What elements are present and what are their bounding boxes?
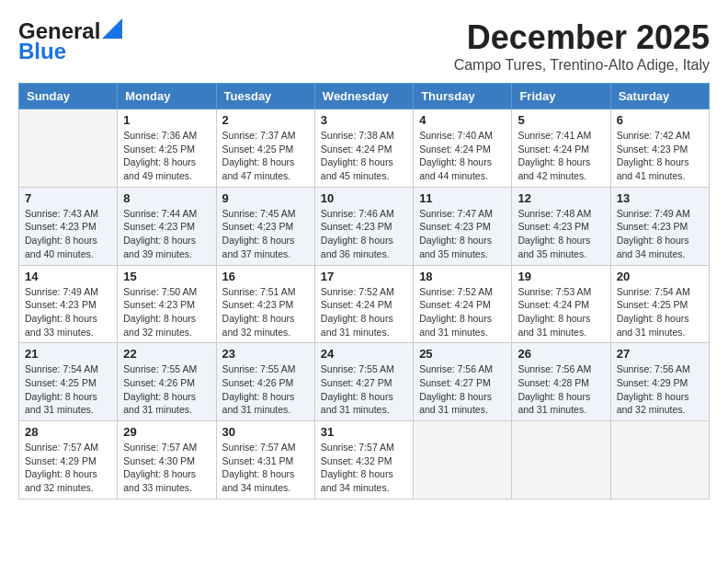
day-info: Sunrise: 7:56 AM Sunset: 4:27 PM Dayligh… [419, 362, 506, 417]
day-info: Sunrise: 7:47 AM Sunset: 4:23 PM Dayligh… [419, 207, 506, 261]
title-area: December 2025 Campo Tures, Trentino-Alto… [454, 18, 710, 74]
week-row-3: 14Sunrise: 7:49 AM Sunset: 4:23 PM Dayli… [19, 265, 710, 343]
day-info: Sunrise: 7:48 AM Sunset: 4:23 PM Dayligh… [518, 207, 604, 261]
calendar-header-row: SundayMondayTuesdayWednesdayThursdayFrid… [19, 84, 710, 109]
day-number: 31 [321, 425, 407, 439]
svg-marker-0 [102, 18, 122, 39]
day-info: Sunrise: 7:54 AM Sunset: 4:25 PM Dayligh… [25, 362, 111, 417]
header-friday: Friday [512, 84, 610, 109]
day-info: Sunrise: 7:55 AM Sunset: 4:26 PM Dayligh… [123, 362, 210, 417]
day-number: 24 [321, 347, 407, 361]
day-info: Sunrise: 7:49 AM Sunset: 4:23 PM Dayligh… [617, 207, 703, 261]
calendar-cell: 19Sunrise: 7:53 AM Sunset: 4:24 PM Dayli… [512, 265, 610, 343]
calendar-cell [19, 109, 118, 188]
week-row-4: 21Sunrise: 7:54 AM Sunset: 4:25 PM Dayli… [19, 343, 710, 421]
logo: General Blue [18, 18, 122, 64]
day-number: 4 [419, 113, 506, 127]
calendar-cell: 24Sunrise: 7:55 AM Sunset: 4:27 PM Dayli… [314, 343, 413, 421]
calendar-cell: 20Sunrise: 7:54 AM Sunset: 4:25 PM Dayli… [610, 265, 709, 343]
header-sunday: Sunday [19, 84, 118, 109]
day-info: Sunrise: 7:42 AM Sunset: 4:23 PM Dayligh… [617, 129, 703, 183]
day-number: 16 [222, 270, 309, 283]
header-tuesday: Tuesday [216, 84, 314, 109]
day-number: 26 [518, 347, 604, 361]
day-number: 25 [419, 347, 506, 361]
day-number: 7 [25, 191, 111, 205]
calendar-cell: 27Sunrise: 7:56 AM Sunset: 4:29 PM Dayli… [610, 343, 709, 421]
day-info: Sunrise: 7:37 AM Sunset: 4:25 PM Dayligh… [222, 129, 309, 183]
calendar-cell: 1Sunrise: 7:36 AM Sunset: 4:25 PM Daylig… [118, 109, 216, 188]
calendar-cell [610, 421, 709, 500]
week-row-5: 28Sunrise: 7:57 AM Sunset: 4:29 PM Dayli… [19, 421, 710, 500]
day-info: Sunrise: 7:44 AM Sunset: 4:23 PM Dayligh… [123, 207, 210, 261]
day-number: 11 [419, 191, 506, 205]
day-info: Sunrise: 7:46 AM Sunset: 4:23 PM Dayligh… [321, 207, 407, 261]
day-info: Sunrise: 7:52 AM Sunset: 4:24 PM Dayligh… [321, 285, 407, 339]
calendar-cell: 23Sunrise: 7:55 AM Sunset: 4:26 PM Dayli… [216, 343, 314, 421]
day-info: Sunrise: 7:38 AM Sunset: 4:24 PM Dayligh… [321, 129, 407, 183]
day-info: Sunrise: 7:36 AM Sunset: 4:25 PM Dayligh… [123, 129, 210, 183]
day-number: 23 [222, 347, 309, 361]
day-number: 10 [321, 191, 407, 205]
calendar-cell: 16Sunrise: 7:51 AM Sunset: 4:23 PM Dayli… [216, 265, 314, 343]
day-number: 28 [25, 425, 111, 439]
day-number: 17 [321, 270, 407, 283]
calendar-cell: 7Sunrise: 7:43 AM Sunset: 4:23 PM Daylig… [19, 187, 118, 265]
day-info: Sunrise: 7:57 AM Sunset: 4:29 PM Dayligh… [25, 441, 111, 495]
day-info: Sunrise: 7:50 AM Sunset: 4:23 PM Dayligh… [123, 285, 210, 339]
day-number: 1 [123, 113, 210, 127]
day-number: 12 [518, 191, 604, 205]
day-number: 14 [25, 270, 111, 283]
day-number: 3 [321, 113, 407, 127]
calendar-cell: 2Sunrise: 7:37 AM Sunset: 4:25 PM Daylig… [216, 109, 314, 188]
day-info: Sunrise: 7:54 AM Sunset: 4:25 PM Dayligh… [617, 285, 703, 339]
day-number: 15 [123, 270, 210, 283]
day-info: Sunrise: 7:53 AM Sunset: 4:24 PM Dayligh… [518, 285, 604, 339]
day-number: 30 [222, 425, 309, 439]
header-saturday: Saturday [610, 84, 709, 109]
calendar-cell: 9Sunrise: 7:45 AM Sunset: 4:23 PM Daylig… [216, 187, 314, 265]
day-info: Sunrise: 7:56 AM Sunset: 4:28 PM Dayligh… [518, 362, 604, 417]
day-number: 2 [222, 113, 309, 127]
calendar-cell: 29Sunrise: 7:57 AM Sunset: 4:30 PM Dayli… [118, 421, 216, 500]
day-number: 29 [123, 425, 210, 439]
week-row-1: 1Sunrise: 7:36 AM Sunset: 4:25 PM Daylig… [19, 109, 710, 188]
day-info: Sunrise: 7:41 AM Sunset: 4:24 PM Dayligh… [518, 129, 604, 183]
calendar-cell: 30Sunrise: 7:57 AM Sunset: 4:31 PM Dayli… [216, 421, 314, 500]
calendar-cell: 28Sunrise: 7:57 AM Sunset: 4:29 PM Dayli… [19, 421, 118, 500]
day-info: Sunrise: 7:49 AM Sunset: 4:23 PM Dayligh… [25, 285, 111, 339]
calendar-cell [414, 421, 512, 500]
month-title: December 2025 [454, 18, 710, 57]
day-number: 6 [617, 113, 703, 127]
day-number: 20 [617, 270, 703, 283]
calendar-cell: 21Sunrise: 7:54 AM Sunset: 4:25 PM Dayli… [19, 343, 118, 421]
day-info: Sunrise: 7:45 AM Sunset: 4:23 PM Dayligh… [222, 207, 309, 261]
day-number: 21 [25, 347, 111, 361]
header-thursday: Thursday [414, 84, 512, 109]
day-number: 5 [518, 113, 604, 127]
calendar-table: SundayMondayTuesdayWednesdayThursdayFrid… [18, 83, 710, 500]
calendar-cell: 8Sunrise: 7:44 AM Sunset: 4:23 PM Daylig… [118, 187, 216, 265]
calendar-cell: 12Sunrise: 7:48 AM Sunset: 4:23 PM Dayli… [512, 187, 610, 265]
day-info: Sunrise: 7:55 AM Sunset: 4:27 PM Dayligh… [321, 362, 407, 417]
header-wednesday: Wednesday [314, 84, 413, 109]
calendar-cell: 18Sunrise: 7:52 AM Sunset: 4:24 PM Dayli… [414, 265, 512, 343]
calendar-cell [512, 421, 610, 500]
day-number: 22 [123, 347, 210, 361]
day-info: Sunrise: 7:51 AM Sunset: 4:23 PM Dayligh… [222, 285, 309, 339]
day-number: 18 [419, 270, 506, 283]
day-info: Sunrise: 7:52 AM Sunset: 4:24 PM Dayligh… [419, 285, 506, 339]
day-info: Sunrise: 7:55 AM Sunset: 4:26 PM Dayligh… [222, 362, 309, 417]
day-info: Sunrise: 7:40 AM Sunset: 4:24 PM Dayligh… [419, 129, 506, 183]
day-number: 13 [617, 191, 703, 205]
calendar-cell: 14Sunrise: 7:49 AM Sunset: 4:23 PM Dayli… [19, 265, 118, 343]
header: General Blue December 2025 Campo Tures, … [18, 18, 710, 74]
day-info: Sunrise: 7:57 AM Sunset: 4:31 PM Dayligh… [222, 441, 309, 495]
calendar-cell: 31Sunrise: 7:57 AM Sunset: 4:32 PM Dayli… [314, 421, 413, 500]
calendar-cell: 6Sunrise: 7:42 AM Sunset: 4:23 PM Daylig… [610, 109, 709, 188]
subtitle: Campo Tures, Trentino-Alto Adige, Italy [454, 57, 710, 74]
calendar-cell: 5Sunrise: 7:41 AM Sunset: 4:24 PM Daylig… [512, 109, 610, 188]
day-info: Sunrise: 7:57 AM Sunset: 4:32 PM Dayligh… [321, 441, 407, 495]
day-number: 27 [617, 347, 703, 361]
day-info: Sunrise: 7:56 AM Sunset: 4:29 PM Dayligh… [617, 362, 703, 417]
